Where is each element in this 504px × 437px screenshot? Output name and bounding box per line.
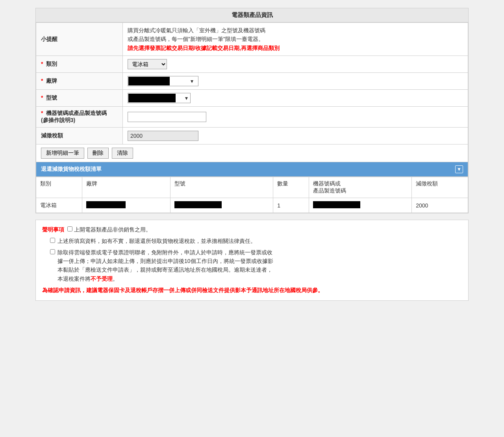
row-category: 電冰箱: [36, 198, 82, 213]
reminder-text1: 購買分離式冷暖氣只須輸入「室外機」之型號及機器號碼: [128, 26, 463, 35]
row-tax: 2000: [412, 198, 468, 213]
reminder-content: 購買分離式冷暖氣只須輸入「室外機」之型號及機器號碼 或產品製造號碼，每一個"新增…: [123, 23, 468, 56]
checkbox-3[interactable]: [50, 249, 55, 254]
category-select[interactable]: 電冰箱 冷氣機 電視機 洗衣機 冷凍櫃 除濕機: [128, 59, 167, 69]
tax-cell: 2000: [123, 128, 468, 144]
model-label: * 型號: [36, 90, 123, 107]
table-header-row: 類別 廠牌 型號 數量 機器號碼或產品製造號碼 減徵稅額: [36, 177, 468, 198]
collapse-button[interactable]: ▼: [455, 165, 463, 173]
clear-button[interactable]: 清除: [112, 148, 133, 159]
reminder-label: 小提醒: [36, 23, 123, 56]
serial-input[interactable]: [128, 112, 206, 122]
col-category: 類別: [36, 177, 82, 198]
required-star-model: *: [41, 94, 43, 101]
required-star: *: [41, 61, 43, 67]
brand-row: * 廠牌 ▾: [36, 73, 468, 90]
tax-input: 2000: [128, 131, 198, 141]
declaration-text-1: 上開電器類產品非供銷售之用。: [74, 226, 151, 233]
declaration-item-1: 上開電器類產品非供銷售之用。: [67, 226, 151, 233]
form-table: 小提醒 購買分離式冷暖氣只須輸入「室外機」之型號及機器號碼 或產品製造號碼，每一…: [36, 22, 468, 144]
list-header: 退還減徵貨物稅稅額清單 ▼: [36, 162, 468, 177]
col-tax: 減徵稅額: [412, 177, 468, 198]
brand-label: * 廠牌: [36, 73, 123, 90]
main-container: 電器類產品資訊 小提醒 購買分離式冷暖氣只須輸入「室外機」之型號及機器號碼 或產…: [35, 8, 469, 213]
declaration-item-3: 除取得雲端發票或電子發票證明聯者，免附附件外，申請人於申請時，應將統一發票或收 …: [50, 248, 462, 283]
brand-cell: ▾: [123, 73, 468, 90]
model-row: * 型號 ▾: [36, 90, 468, 107]
tax-label: 減徵稅額: [36, 128, 123, 144]
checkbox-2[interactable]: [50, 238, 55, 243]
row-serial-redacted: [313, 201, 360, 208]
add-button[interactable]: 新增明細一筆: [41, 148, 84, 159]
brand-select-input[interactable]: [128, 76, 198, 86]
row-brand-redacted: [86, 201, 126, 208]
row-serial: [309, 198, 412, 213]
required-star-brand: *: [41, 78, 43, 84]
col-serial: 機器號碼或產品製造號碼: [309, 177, 412, 198]
list-header-title: 退還減徵貨物稅稅額清單: [41, 166, 102, 173]
declaration-section: 聲明事項 上開電器類產品非供銷售之用。 上述所填寫資料，如有不實，願退還所領取貨…: [35, 220, 469, 301]
row-model-redacted: [174, 201, 222, 208]
row-brand: [82, 198, 170, 213]
category-label: * 類別: [36, 56, 123, 73]
delete-button[interactable]: 刪除: [87, 148, 109, 159]
checkbox-1[interactable]: [67, 226, 72, 231]
declaration-text-2: 上述所填寫資料，如有不實，願退還所領取貨物稅退稅款，並承擔相關法律責任。: [57, 237, 256, 245]
col-model: 型號: [170, 177, 273, 198]
model-select-input[interactable]: [128, 93, 191, 103]
serial-label: * 機器號碼或產品製造號碼 (參操作說明3): [36, 107, 123, 128]
not-accepted-text: 不予受理: [91, 276, 113, 282]
model-cell: ▾: [123, 90, 468, 107]
serial-cell: [123, 107, 468, 128]
table-row: 電冰箱 1 2000: [36, 198, 468, 213]
declaration-header: 聲明事項 上開電器類產品非供銷售之用。: [42, 226, 462, 233]
reminder-red-text: 請先選擇發票記載交易日期/收據記載交易日期,再選擇商品類別: [128, 44, 463, 52]
declaration-footer-red: 為確認申請資訊，建議電器保固卡及退稅帳戶存摺一併上傳或併同檢送文件提供影本予通訊…: [42, 287, 323, 293]
row-model: [170, 198, 273, 213]
tax-row: 減徵稅額 2000: [36, 128, 468, 144]
row-quantity: 1: [273, 198, 309, 213]
declaration-text-3: 除取得雲端發票或電子發票證明聯者，免附附件外，申請人於申請時，應將統一發票或收 …: [57, 248, 273, 283]
declaration-item-2: 上述所填寫資料，如有不實，願退還所領取貨物稅退稅款，並承擔相關法律責任。: [50, 237, 462, 245]
required-star-serial: *: [41, 110, 43, 116]
declaration-title: 聲明事項: [42, 226, 64, 233]
category-cell: 電冰箱 冷氣機 電視機 洗衣機 冷凍櫃 除濕機: [123, 56, 468, 73]
data-table: 類別 廠牌 型號 數量 機器號碼或產品製造號碼 減徵稅額 電冰箱 1: [36, 177, 468, 213]
col-quantity: 數量: [273, 177, 309, 198]
col-brand: 廠牌: [82, 177, 170, 198]
reminder-text2: 或產品製造號碼，每一個"新增明細一筆"限填一臺電器。: [128, 35, 463, 43]
category-row: * 類別 電冰箱 冷氣機 電視機 洗衣機 冷凍櫃 除濕機: [36, 56, 468, 73]
button-row: 新增明細一筆 刪除 清除: [36, 144, 468, 162]
declaration-footer: 為確認申請資訊，建議電器保固卡及退稅帳戶存摺一併上傳或併同檢送文件提供影本予通訊…: [42, 287, 462, 294]
reminder-row: 小提醒 購買分離式冷暖氣只須輸入「室外機」之型號及機器號碼 或產品製造號碼，每一…: [36, 23, 468, 56]
section-title: 電器類產品資訊: [36, 8, 468, 22]
serial-row: * 機器號碼或產品製造號碼 (參操作說明3): [36, 107, 468, 128]
